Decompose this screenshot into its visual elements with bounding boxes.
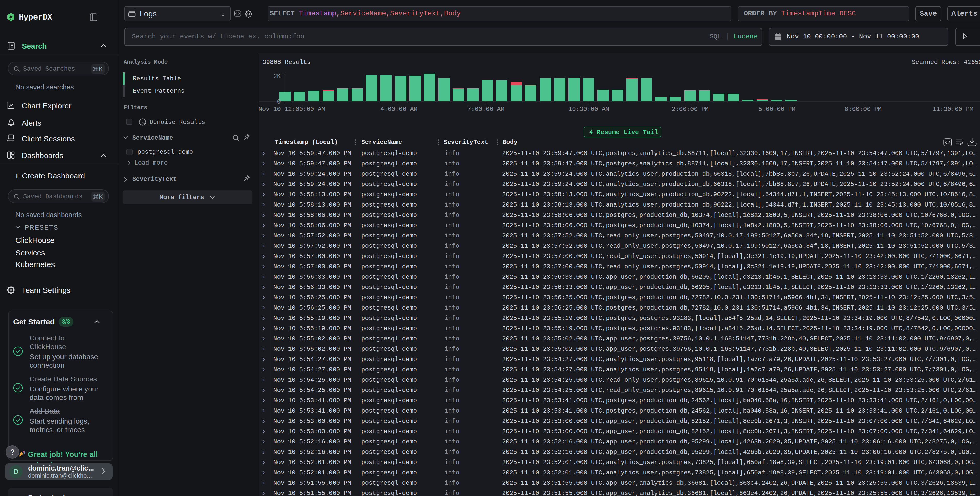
svg-text:7:00:00 AM: 7:00:00 AM <box>467 106 504 113</box>
svg-text:2K: 2K <box>273 73 281 80</box>
svg-text:11:30:00 PM: 11:30:00 PM <box>933 106 973 113</box>
svg-text:2:00:00 PM: 2:00:00 PM <box>672 106 709 113</box>
svg-text:10:30:00 AM: 10:30:00 AM <box>568 106 609 113</box>
svg-text:5:00:00 PM: 5:00:00 PM <box>759 106 795 113</box>
svg-text:0: 0 <box>277 98 281 105</box>
svg-text:4:00:00 AM: 4:00:00 AM <box>380 106 417 113</box>
svg-text:8:00:00 PM: 8:00:00 PM <box>845 106 882 113</box>
svg-text:Nov 10 12:00:00 AM: Nov 10 12:00:00 AM <box>258 106 325 113</box>
